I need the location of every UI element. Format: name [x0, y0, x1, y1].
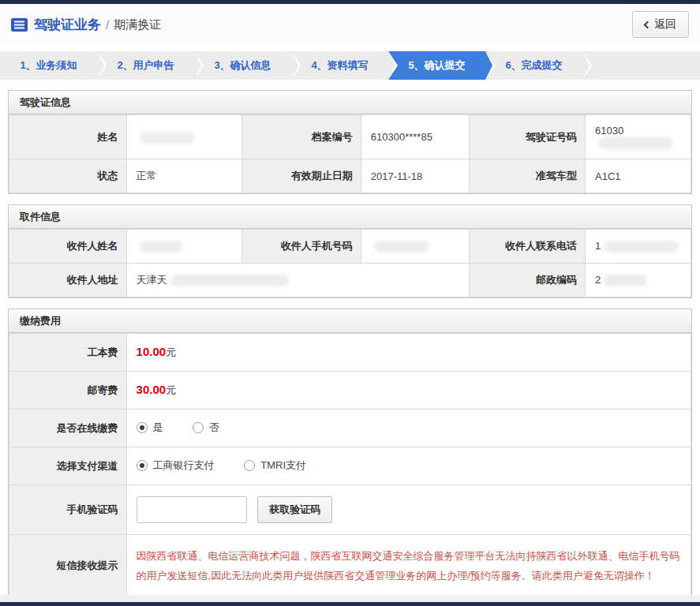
section-fees: 缴纳费用 工本费 10.00元 邮寄费 30.00元 是否在线缴费 是 否 — [8, 309, 692, 598]
main-content: 驾驶证信息 姓名 档案编号 610300****85 驾驶证号码 61030 状… — [0, 90, 700, 606]
step-item-6[interactable]: 6、完成提交 — [485, 51, 582, 80]
radio-option-pay-online-yes[interactable]: 是 — [137, 421, 163, 435]
page-subtitle: 期满换证 — [114, 17, 161, 32]
field-value: 2 — [586, 264, 691, 297]
section-license-info: 驾驶证信息 姓名 档案编号 610300****85 驾驶证号码 61030 状… — [8, 90, 692, 194]
field-value-text: 2 — [595, 274, 601, 286]
field-label: 有效期止日期 — [242, 159, 361, 193]
radio-label: TMRI支付 — [260, 458, 306, 473]
field-label: 短信接收提示 — [9, 535, 127, 597]
field-value — [361, 230, 469, 264]
production-fee-amount: 10.00 — [137, 345, 167, 358]
pickup-info-table: 收件人姓名 收件人手机号码 收件人联系电话 1 收件人地址 天津天 邮政编码 2 — [9, 229, 691, 297]
redacted-value — [604, 275, 647, 286]
bottom-strip — [0, 595, 700, 602]
chevron-left-icon — [644, 21, 652, 28]
section-pickup-info: 取件信息 收件人姓名 收件人手机号码 收件人联系电话 1 收件人地址 天津天 邮… — [8, 204, 692, 298]
field-label: 状态 — [9, 159, 127, 193]
step-wizard-filler — [582, 51, 700, 80]
step-item-4[interactable]: 4、资料填写 — [291, 51, 388, 80]
table-row: 工本费 10.00元 — [9, 334, 691, 372]
field-label: 准驾车型 — [470, 159, 586, 193]
license-info-table: 姓名 档案编号 610300****85 驾驶证号码 61030 状态 正常 有… — [9, 114, 691, 193]
redacted-value — [170, 275, 289, 286]
radio-checked-icon — [137, 422, 148, 433]
table-row: 是否在线缴费 是 否 — [9, 410, 691, 447]
step-label: 2、用户申告 — [117, 58, 174, 73]
field-value: 正常 — [126, 159, 242, 193]
section-title: 缴纳费用 — [9, 309, 691, 333]
field-label: 姓名 — [9, 115, 127, 159]
field-value: 610300****85 — [361, 115, 469, 159]
step-wizard: 1、业务须知 2、用户申告 3、确认信息 4、资料填写 5、确认提交 6、完成提… — [0, 51, 700, 80]
breadcrumb-separator: / — [106, 18, 109, 32]
online-payment-radio-group: 是 否 — [126, 410, 691, 447]
redacted-value — [604, 241, 679, 252]
field-label: 档案编号 — [242, 115, 361, 159]
radio-label: 工商银行支付 — [153, 458, 215, 473]
page: 驾驶证业务 / 期满换证 返回 1、业务须知 2、用户申告 3、确认信息 4、资… — [0, 0, 700, 606]
field-value: 61030 — [586, 115, 691, 159]
field-label: 驾驶证号码 — [470, 115, 586, 159]
table-row: 收件人地址 天津天 邮政编码 2 — [9, 264, 691, 297]
step-label: 4、资料填写 — [311, 58, 368, 73]
redacted-value — [598, 137, 673, 149]
field-label: 邮政编码 — [470, 264, 586, 297]
back-button-label: 返回 — [654, 17, 676, 32]
table-row: 短信接收提示 因陕西省联通、电信运营商技术问题，陕西省互联网交通安全综合服务管理… — [9, 535, 691, 597]
field-value-text: 天津天 — [137, 274, 167, 286]
section-title: 取件信息 — [9, 205, 691, 229]
step-item-3[interactable]: 3、确认信息 — [194, 51, 291, 80]
redacted-value — [140, 241, 183, 252]
radio-label: 是 — [153, 421, 163, 435]
redacted-value — [140, 132, 195, 144]
fee-unit: 元 — [166, 346, 176, 358]
fees-table: 工本费 10.00元 邮寄费 30.00元 是否在线缴费 是 否 选择支付渠道 — [9, 333, 691, 597]
get-code-button[interactable]: 获取验证码 — [257, 496, 332, 523]
field-value-text: 61030 — [595, 125, 623, 137]
field-label: 收件人手机号码 — [242, 230, 361, 264]
payment-channel-radio-group: 工商银行支付 TMRI支付 — [126, 447, 691, 485]
back-button[interactable]: 返回 — [632, 11, 689, 38]
sms-code-input[interactable] — [137, 496, 247, 523]
step-label: 3、确认信息 — [214, 58, 271, 73]
radio-option-tmri-pay[interactable]: TMRI支付 — [244, 458, 306, 473]
field-label: 工本费 — [9, 334, 127, 372]
field-value: 2017-11-18 — [361, 159, 469, 193]
field-label: 邮寄费 — [9, 372, 127, 410]
radio-label: 否 — [209, 421, 219, 435]
field-value: 10.00元 — [126, 334, 691, 372]
step-label: 1、业务须知 — [20, 58, 77, 73]
fee-unit: 元 — [166, 384, 176, 396]
radio-unchecked-icon — [244, 460, 255, 471]
radio-checked-icon — [137, 460, 148, 471]
page-title: 驾驶证业务 — [34, 16, 101, 34]
radio-option-icbc-pay[interactable]: 工商银行支付 — [137, 458, 215, 473]
table-row: 姓名 档案编号 610300****85 驾驶证号码 61030 — [9, 115, 691, 159]
header: 驾驶证业务 / 期满换证 返回 — [0, 4, 700, 45]
field-label: 是否在线缴费 — [9, 410, 127, 447]
step-label: 6、完成提交 — [505, 58, 562, 73]
step-item-2[interactable]: 2、用户申告 — [97, 51, 194, 80]
list-icon — [11, 18, 28, 32]
step-item-1[interactable]: 1、业务须知 — [0, 51, 97, 80]
field-label: 收件人姓名 — [9, 230, 127, 264]
sms-code-row: 获取验证码 — [126, 485, 691, 535]
step-label: 5、确认提交 — [408, 58, 465, 73]
bottom-accent-bar — [0, 602, 700, 606]
sms-notice-cell: 因陕西省联通、电信运营商技术问题，陕西省互联网交通安全综合服务管理平台无法向持陕… — [126, 535, 691, 597]
field-label: 手机验证码 — [9, 485, 127, 535]
step-item-5-active[interactable]: 5、确认提交 — [388, 51, 485, 80]
sms-notice-text: 因陕西省联通、电信运营商技术问题，陕西省互联网交通安全综合服务管理平台无法向持陕… — [137, 546, 681, 585]
table-row: 选择支付渠道 工商银行支付 TMRI支付 — [9, 447, 691, 485]
field-label: 选择支付渠道 — [9, 447, 127, 485]
field-value — [126, 115, 242, 159]
section-title: 驾驶证信息 — [9, 91, 691, 114]
table-row: 邮寄费 30.00元 — [9, 372, 691, 410]
field-value: 天津天 — [126, 264, 470, 297]
radio-option-pay-online-no[interactable]: 否 — [193, 421, 219, 435]
field-value-text: 1 — [595, 240, 601, 252]
table-row: 状态 正常 有效期止日期 2017-11-18 准驾车型 A1C1 — [9, 159, 691, 193]
field-value — [126, 230, 242, 264]
field-label: 收件人联系电话 — [470, 230, 586, 264]
